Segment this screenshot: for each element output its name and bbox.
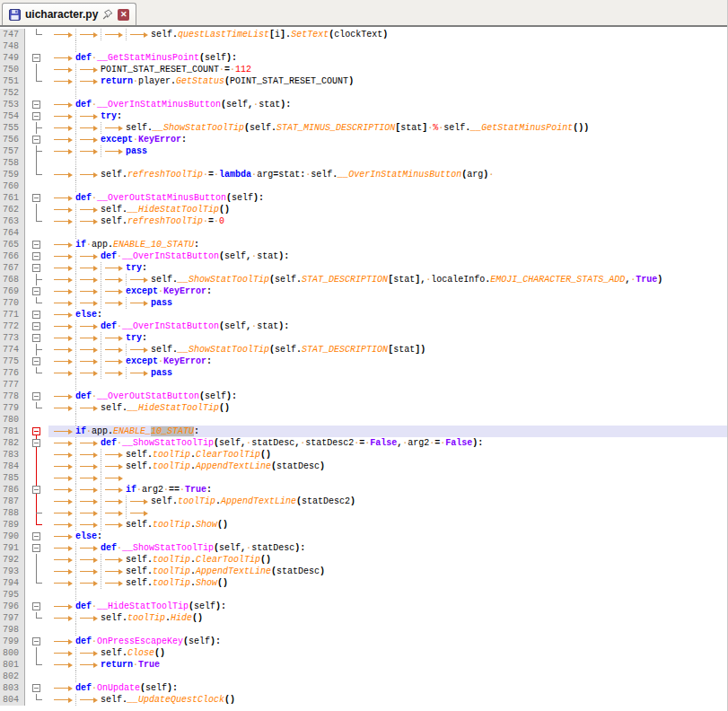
code-text[interactable]: def·__OverOutStatButton(self): bbox=[48, 391, 727, 402]
code-text[interactable] bbox=[48, 589, 727, 601]
line-number: 763 bbox=[0, 215, 25, 227]
code-text[interactable]: self.refreshToolTip·=·lambda·arg=stat:·s… bbox=[48, 169, 727, 180]
fold-toggle[interactable] bbox=[25, 531, 48, 542]
code-line: 750POINT_STAT_RESET_COUNT·=·112 bbox=[0, 64, 727, 75]
code-text[interactable]: self.toolTip.AppendTextLine(statDesc) bbox=[48, 566, 727, 577]
code-text[interactable]: self.__HideStatToolTip() bbox=[48, 204, 727, 215]
fold-toggle[interactable] bbox=[25, 682, 48, 694]
fold-toggle[interactable] bbox=[25, 391, 48, 402]
code-text[interactable]: self.__UpdateQuestClock() bbox=[48, 694, 727, 706]
code-token: ]) bbox=[415, 345, 425, 355]
code-text[interactable]: if·app.ENABLE_10_STATU: bbox=[48, 239, 727, 250]
code-text[interactable]: def·__ShowStatToolTip(self,·statDesc,·st… bbox=[48, 437, 727, 449]
code-text[interactable]: self.questLastTimeList[i].SetText(clockT… bbox=[48, 29, 727, 40]
code-text[interactable]: try: bbox=[48, 110, 727, 122]
code-text[interactable] bbox=[48, 472, 727, 484]
code-text[interactable]: else: bbox=[48, 531, 727, 542]
fold-toggle[interactable] bbox=[25, 601, 48, 612]
code-text[interactable]: def·OnPressEscapeKey(self): bbox=[48, 636, 727, 647]
code-text[interactable]: try: bbox=[48, 262, 727, 274]
tab-arrow-icon bbox=[75, 472, 101, 484]
tab-arrow-icon bbox=[50, 461, 75, 472]
code-text[interactable]: self.Close() bbox=[48, 647, 727, 659]
code-text[interactable]: self.toolTip.ClearToolTip() bbox=[48, 554, 727, 566]
code-text[interactable]: self.__ShowStatToolTip(self.STAT_DESCRIP… bbox=[48, 274, 727, 285]
code-text[interactable] bbox=[48, 414, 727, 426]
code-text[interactable]: return·player.GetStatus(POINT_STAT_RESET… bbox=[48, 75, 727, 87]
code-text[interactable] bbox=[48, 157, 727, 169]
code-token: self bbox=[232, 193, 253, 203]
fold-toggle[interactable] bbox=[25, 356, 48, 367]
code-text[interactable]: else: bbox=[48, 309, 727, 320]
fold-toggle[interactable] bbox=[25, 484, 48, 496]
code-text[interactable]: pass bbox=[48, 145, 727, 157]
code-token: self bbox=[226, 100, 248, 110]
code-text[interactable]: self.toolTip.Show() bbox=[48, 519, 727, 531]
code-text[interactable]: def·__OverInStatButton(self,·stat): bbox=[48, 320, 727, 332]
code-text[interactable]: self.toolTip.Hide() bbox=[48, 612, 727, 624]
code-text[interactable] bbox=[48, 624, 727, 636]
code-token: stat bbox=[400, 123, 422, 133]
code-text[interactable] bbox=[48, 180, 727, 192]
fold-toggle[interactable] bbox=[25, 542, 48, 554]
code-text[interactable]: self.__ShowStatToolTip(self.STAT_DESCRIP… bbox=[48, 344, 727, 356]
fold-toggle[interactable] bbox=[25, 426, 48, 437]
tab-uicharacter[interactable]: uicharacter.py ✕ bbox=[2, 3, 136, 25]
fold-toggle[interactable] bbox=[25, 134, 48, 145]
code-text[interactable] bbox=[48, 87, 727, 99]
code-text[interactable]: POINT_STAT_RESET_COUNT·=·112 bbox=[48, 64, 727, 75]
fold-toggle[interactable] bbox=[25, 239, 48, 250]
fold-toggle[interactable] bbox=[25, 332, 48, 344]
code-text[interactable] bbox=[48, 379, 727, 391]
code-token: self bbox=[151, 275, 172, 285]
code-text[interactable]: self.refreshToolTip·=·0 bbox=[48, 215, 727, 227]
code-text[interactable]: pass bbox=[48, 297, 727, 309]
code-text[interactable]: try: bbox=[48, 332, 727, 344]
fold-toggle[interactable] bbox=[25, 437, 48, 449]
code-text[interactable] bbox=[48, 227, 727, 239]
code-text[interactable]: def·OnUpdate(self): bbox=[48, 682, 727, 694]
tab-arrow-icon bbox=[75, 484, 101, 496]
fold-toggle[interactable] bbox=[25, 262, 48, 274]
code-text[interactable]: def·__OverInStatButton(self,·stat): bbox=[48, 250, 727, 262]
code-text[interactable]: self.toolTip.AppendTextLine(statDesc) bbox=[48, 461, 727, 472]
code-text[interactable]: def·__GetStatMinusPoint(self): bbox=[48, 52, 727, 64]
code-editor[interactable]: 747self.questLastTimeList[i].SetText(clo… bbox=[0, 29, 727, 711]
code-text[interactable]: except·KeyError: bbox=[48, 356, 727, 367]
fold-toggle[interactable] bbox=[25, 250, 48, 262]
code-text[interactable] bbox=[48, 671, 727, 682]
fold-toggle[interactable] bbox=[25, 192, 48, 204]
code-text[interactable]: self.__HideStatToolTip() bbox=[48, 402, 727, 414]
code-token: toolTip bbox=[153, 555, 190, 565]
code-text[interactable]: self.toolTip.Show() bbox=[48, 577, 727, 589]
fold-toggle[interactable] bbox=[25, 110, 48, 122]
code-token: STAT_DESCRIPTION bbox=[302, 345, 388, 355]
code-text[interactable] bbox=[48, 40, 727, 52]
code-text[interactable]: def·__ShowStatToolTip(self,·statDesc): bbox=[48, 542, 727, 554]
code-text[interactable]: pass bbox=[48, 367, 727, 379]
code-text[interactable]: def·__HideStatToolTip(self): bbox=[48, 601, 727, 612]
code-text[interactable]: except·KeyError: bbox=[48, 285, 727, 297]
fold-toggle[interactable] bbox=[25, 320, 48, 332]
close-icon[interactable]: ✕ bbox=[118, 9, 129, 21]
tab-arrow-icon bbox=[75, 344, 101, 356]
code-token: () bbox=[260, 450, 271, 460]
pin-icon[interactable] bbox=[102, 9, 113, 20]
line-number: 782 bbox=[0, 437, 25, 449]
fold-toggle[interactable] bbox=[25, 52, 48, 64]
fold-toggle[interactable] bbox=[25, 285, 48, 297]
code-text[interactable]: self.__ShowStatToolTip(self.STAT_MINUS_D… bbox=[48, 122, 727, 134]
fold-toggle[interactable] bbox=[25, 636, 48, 647]
tab-arrow-icon bbox=[50, 402, 75, 414]
fold-toggle[interactable] bbox=[25, 309, 48, 320]
code-text[interactable] bbox=[48, 507, 727, 519]
fold-toggle[interactable] bbox=[25, 99, 48, 110]
code-text[interactable]: def·__OverOutStatMinusButton(self): bbox=[48, 192, 727, 204]
code-text[interactable]: return·True bbox=[48, 659, 727, 671]
code-text[interactable]: self.toolTip.AppendTextLine(statDesc2) bbox=[48, 496, 727, 507]
code-text[interactable]: def·__OverInStatMinusButton(self,·stat): bbox=[48, 99, 727, 110]
code-text[interactable]: except·KeyError: bbox=[48, 134, 727, 145]
code-text[interactable]: if·arg2·==·True: bbox=[48, 484, 727, 496]
code-text[interactable]: if·app.ENABLE_10_STATU: bbox=[48, 426, 727, 437]
code-text[interactable]: self.toolTip.ClearToolTip() bbox=[48, 449, 727, 461]
